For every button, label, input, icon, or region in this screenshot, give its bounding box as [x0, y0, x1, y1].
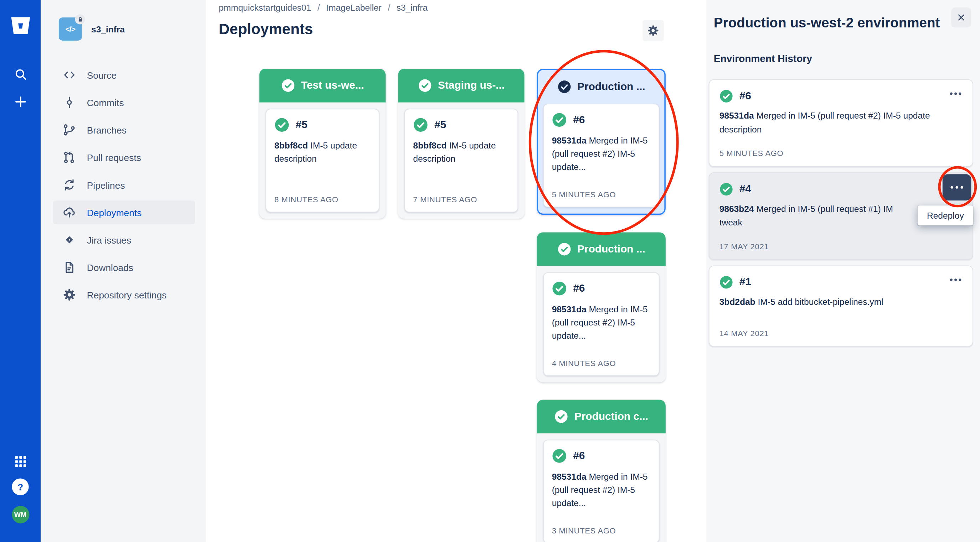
sidebar-item-label: Commits: [87, 97, 124, 108]
lock-icon: [75, 14, 85, 24]
repo-avatar: </>: [59, 17, 82, 41]
check-circle-icon: [557, 242, 571, 256]
deployment-number: #6: [740, 90, 751, 103]
user-avatar[interactable]: WM: [11, 506, 29, 523]
commit-hash: 3bd2dab: [719, 296, 756, 307]
repo-header[interactable]: </> s3_infra: [59, 17, 125, 41]
lane-production: Production ... #6 98531da Merged in IM-5…: [537, 69, 666, 542]
sidebar-item-branches[interactable]: Branches: [53, 118, 195, 142]
column-header-production[interactable]: Production ...: [538, 70, 664, 104]
deployments-icon: [62, 206, 76, 219]
commit-hash: 8bbf8cd: [274, 141, 308, 151]
sidebar-item-jira-issues[interactable]: Jira issues: [53, 228, 195, 252]
overflow-menu-button[interactable]: [950, 93, 961, 95]
sidebar-item-label: Jira issues: [87, 235, 131, 246]
commit-hash: 98531da: [552, 471, 587, 482]
deployment-time: 7 MINUTES AGO: [413, 195, 477, 204]
column-header-label: Staging us-...: [438, 79, 504, 92]
deployment-settings-button[interactable]: [643, 20, 664, 41]
commit-hash: 9863b24: [719, 204, 754, 214]
check-circle-icon: [557, 80, 571, 94]
breadcrumb-repo[interactable]: s3_infra: [397, 3, 428, 13]
bitbucket-deployments-page: ? WM </> s3_infra Source: [0, 0, 980, 542]
commit-message: 98531da Merged in IM-5 (pull request #2)…: [719, 109, 963, 136]
repo-name: s3_infra: [91, 24, 125, 34]
sidebar-item-pull-requests[interactable]: Pull requests: [53, 146, 195, 170]
deployment-card[interactable]: #6 98531da Merged in IM-5 (pull request …: [543, 104, 659, 207]
environment-group-test: Test us-we... #5 8bbf8cd IM-5 update des…: [259, 69, 386, 219]
sidebar-item-repository-settings[interactable]: Repository settings: [53, 283, 195, 307]
deployment-number: #6: [573, 282, 585, 295]
app-rail: ? WM: [0, 0, 41, 542]
commit-message: 98531da Merged in IM-5 (pull request #2)…: [552, 303, 651, 342]
sidebar-item-commits[interactable]: Commits: [53, 90, 195, 114]
column-header-staging[interactable]: Staging us-...: [398, 69, 524, 103]
sidebar-item-label: Source: [87, 70, 116, 81]
help-icon[interactable]: ?: [12, 478, 29, 495]
code-icon: [62, 68, 76, 82]
sidebar-item-label: Pull requests: [87, 152, 141, 163]
deployment-time: 5 MINUTES AGO: [552, 190, 616, 200]
deployment-card[interactable]: #6 98531da Merged in IM-5 (pull request …: [543, 440, 659, 542]
commit-message: 3bd2dab IM-5 add bitbucket-pipelines.yml: [719, 295, 963, 309]
breadcrumb-workspace[interactable]: pmmquickstartguides01: [219, 3, 311, 13]
check-circle-icon: [552, 448, 567, 463]
column-header-label: Test us-we...: [301, 79, 364, 92]
deployment-number: #5: [434, 119, 446, 131]
main-content: pmmquickstartguides01 / ImageLabeller / …: [206, 0, 706, 542]
column-header-production-3[interactable]: Production c...: [537, 399, 666, 433]
deployment-card[interactable]: #5 8bbf8cd IM-5 update description 8 MIN…: [266, 109, 379, 212]
breadcrumb-project[interactable]: ImageLabeller: [326, 3, 382, 13]
sidebar-item-source[interactable]: Source: [53, 63, 195, 87]
search-icon[interactable]: [10, 64, 31, 85]
deployment-time: 3 MINUTES AGO: [552, 526, 616, 535]
deployment-time: 8 MINUTES AGO: [274, 195, 339, 204]
app-switcher-icon[interactable]: [10, 451, 31, 472]
create-icon[interactable]: [10, 91, 31, 113]
column-header-label: Production ...: [577, 81, 645, 93]
deployments-board: Test us-we... #5 8bbf8cd IM-5 update des…: [259, 69, 666, 542]
column-body: #6 98531da Merged in IM-5 (pull request …: [537, 433, 666, 542]
close-button[interactable]: [951, 8, 971, 27]
commit-icon: [62, 95, 76, 109]
deployment-number: #6: [573, 450, 585, 462]
deployment-number: #4: [740, 183, 751, 195]
commit-hash: 98531da: [552, 136, 587, 146]
pipelines-icon: [62, 178, 76, 192]
environment-history-heading: Environment History: [714, 53, 812, 65]
page-title: Deployments: [219, 21, 313, 38]
check-circle-icon: [719, 182, 733, 196]
sidebar-item-downloads[interactable]: Downloads: [53, 255, 195, 279]
deployment-card[interactable]: #6 98531da Merged in IM-5 (pull request …: [543, 273, 659, 376]
code-glyph: </>: [65, 25, 75, 33]
deployment-card[interactable]: #5 8bbf8cd IM-5 update description 7 MIN…: [404, 109, 518, 212]
history-card-1[interactable]: #1 3bd2dab IM-5 add bitbucket-pipelines.…: [709, 265, 973, 347]
breadcrumb: pmmquickstartguides01 / ImageLabeller / …: [219, 3, 428, 13]
column-header-production-2[interactable]: Production ...: [537, 232, 666, 266]
check-circle-icon: [552, 113, 567, 127]
sidebar-item-deployments[interactable]: Deployments: [53, 200, 195, 224]
environment-group-production-3: Production c... #6 98531da Merged in IM-…: [537, 399, 666, 542]
environment-group-production-selected: Production ... #6 98531da Merged in IM-5…: [537, 69, 666, 215]
column-body: #6 98531da Merged in IM-5 (pull request …: [537, 266, 666, 382]
overflow-menu-button-active[interactable]: [943, 174, 972, 200]
column-header-label: Production ...: [577, 243, 645, 255]
deployment-time: 4 MINUTES AGO: [552, 359, 616, 368]
sidebar-item-label: Downloads: [87, 262, 133, 273]
check-circle-icon: [719, 89, 733, 103]
breadcrumb-separator: /: [318, 3, 320, 13]
commit-message: 98531da Merged in IM-5 (pull request #2)…: [552, 134, 651, 173]
deployment-number: #5: [296, 119, 307, 131]
commit-hash: 8bbf8cd: [413, 141, 447, 151]
history-card-6[interactable]: #6 98531da Merged in IM-5 (pull request …: [709, 79, 973, 167]
repo-sidebar: </> s3_infra Source Commits: [41, 0, 206, 542]
commit-message: 98531da Merged in IM-5 (pull request #2)…: [552, 471, 651, 510]
branch-icon: [62, 123, 76, 137]
column-header-test[interactable]: Test us-we...: [259, 69, 386, 103]
overflow-menu-button[interactable]: [950, 279, 961, 281]
redeploy-menu-item[interactable]: Redeploy: [918, 206, 973, 225]
bitbucket-logo-icon[interactable]: [10, 16, 31, 38]
sidebar-item-pipelines[interactable]: Pipelines: [53, 173, 195, 197]
deployment-time: 14 MAY 2021: [719, 329, 769, 338]
environment-panel: Production us-west-2 environment Environ…: [706, 0, 980, 542]
